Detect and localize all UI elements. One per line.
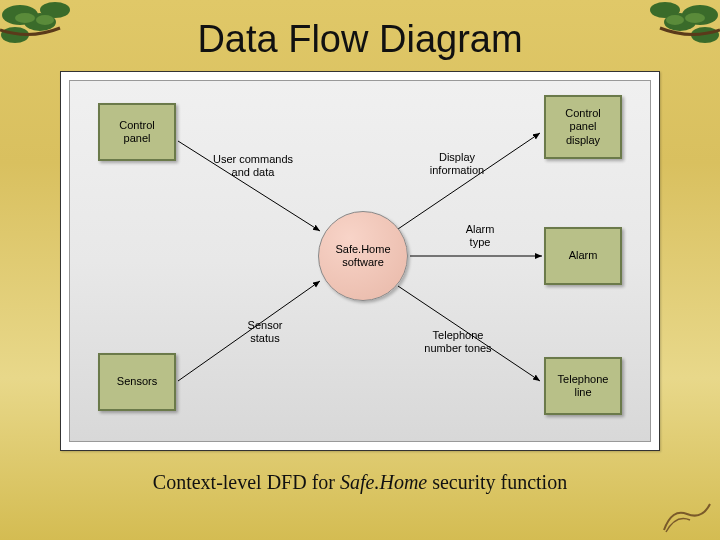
svg-point-10 bbox=[685, 13, 705, 23]
pine-decor-right-icon bbox=[600, 0, 720, 80]
svg-line-14 bbox=[398, 133, 540, 229]
caption-prefix: Context-level DFD for bbox=[153, 471, 340, 493]
entity-label: Telephoneline bbox=[558, 373, 609, 399]
entity-sensors: Sensors bbox=[98, 353, 176, 411]
caption-italic: Safe.Home bbox=[340, 471, 427, 493]
process-safehome: Safe.Homesoftware bbox=[318, 211, 408, 301]
flow-user-commands: User commandsand data bbox=[198, 153, 308, 179]
pine-decor-left-icon bbox=[0, 0, 120, 80]
dfd-canvas: Controlpanel Sensors Controlpaneldisplay… bbox=[69, 80, 651, 442]
entity-label: Controlpaneldisplay bbox=[565, 107, 600, 147]
diagram-frame: Controlpanel Sensors Controlpaneldisplay… bbox=[60, 71, 660, 451]
process-label: Safe.Homesoftware bbox=[335, 243, 390, 269]
svg-point-5 bbox=[36, 15, 54, 25]
flourish-icon bbox=[662, 500, 712, 534]
entity-control-panel-display: Controlpaneldisplay bbox=[544, 95, 622, 159]
flow-telephone-tones: Telephonenumber tones bbox=[408, 329, 508, 355]
entity-label: Alarm bbox=[569, 249, 598, 262]
caption-suffix: security function bbox=[427, 471, 567, 493]
flow-sensor-status: Sensorstatus bbox=[230, 319, 300, 345]
svg-point-4 bbox=[15, 13, 35, 23]
entity-control-panel: Controlpanel bbox=[98, 103, 176, 161]
caption: Context-level DFD for Safe.Home security… bbox=[0, 471, 720, 494]
svg-point-11 bbox=[666, 15, 684, 25]
flow-display-info: Displayinformation bbox=[412, 151, 502, 177]
entity-label: Controlpanel bbox=[119, 119, 154, 145]
entity-label: Sensors bbox=[117, 375, 157, 388]
entity-telephone-line: Telephoneline bbox=[544, 357, 622, 415]
flow-alarm-type: Alarmtype bbox=[450, 223, 510, 249]
entity-alarm: Alarm bbox=[544, 227, 622, 285]
